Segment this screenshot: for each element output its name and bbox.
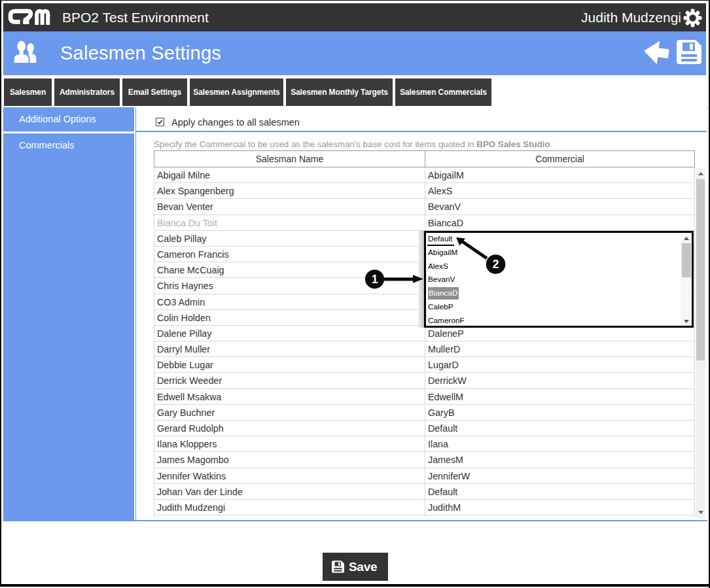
svg-text:1: 1 xyxy=(372,273,378,286)
svg-text:2: 2 xyxy=(493,258,499,271)
